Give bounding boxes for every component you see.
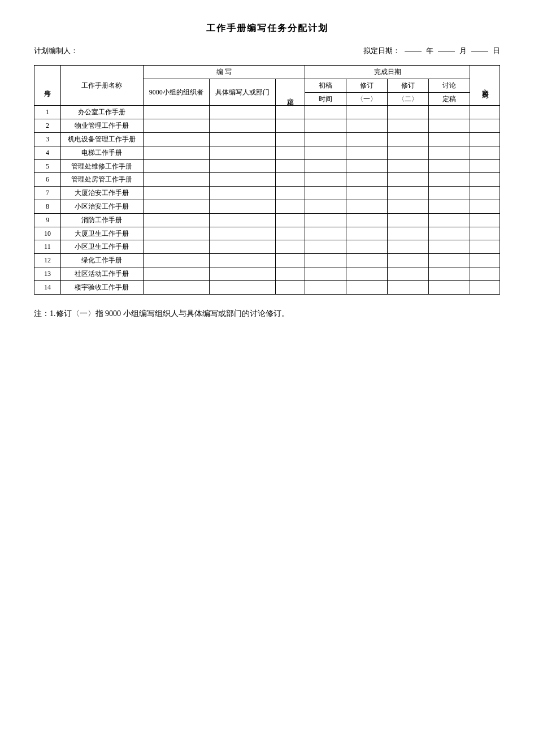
cell-empty-6 — [429, 159, 470, 173]
cell-empty-3 — [305, 106, 346, 119]
main-table: 序号 工作手册名称 编 写 完成日期 文字校对 9000小组的组织者 具体编写人… — [34, 65, 500, 295]
cell-empty-1 — [209, 254, 275, 267]
cell-empty-6 — [429, 267, 470, 280]
cell-empty-1 — [209, 267, 275, 280]
cell-empty-2 — [275, 227, 305, 240]
cell-text-check — [470, 213, 500, 227]
cell-empty-5 — [388, 132, 429, 146]
cell-seq: 13 — [34, 267, 61, 280]
cell-empty-4 — [346, 267, 388, 280]
cell-seq: 8 — [34, 200, 61, 213]
cell-empty-2 — [275, 119, 305, 133]
cell-empty-1 — [209, 187, 275, 200]
cell-text-check — [470, 187, 500, 200]
cell-empty-4 — [346, 227, 388, 240]
cell-empty-3 — [305, 240, 346, 254]
year-label: 年 — [426, 46, 433, 56]
table-row: 5管理处维修工作手册 — [34, 159, 500, 173]
cell-empty-5 — [388, 240, 429, 254]
cell-text-check — [470, 267, 500, 280]
col-header-discuss: 讨论 — [429, 79, 470, 92]
table-row: 2物业管理工作手册 — [34, 119, 500, 133]
cell-empty-5 — [388, 187, 429, 200]
cell-seq: 9 — [34, 213, 61, 227]
cell-empty-0 — [143, 200, 209, 213]
cell-seq: 2 — [34, 119, 61, 133]
cell-name: 机电设备管理工作手册 — [60, 132, 143, 146]
col-header-9000: 9000小组的组织者 — [143, 79, 209, 106]
table-row: 6管理处房管工作手册 — [34, 173, 500, 187]
cell-empty-1 — [209, 213, 275, 227]
col-header-complete: 完成日期 — [305, 66, 470, 79]
cell-empty-3 — [305, 119, 346, 133]
cell-empty-1 — [209, 280, 275, 294]
cell-empty-0 — [143, 106, 209, 119]
cell-empty-0 — [143, 227, 209, 240]
cell-empty-3 — [305, 173, 346, 187]
cell-empty-3 — [305, 254, 346, 267]
day-label: 日 — [493, 46, 500, 56]
cell-empty-5 — [388, 280, 429, 294]
cell-empty-1 — [209, 146, 275, 159]
cell-seq: 14 — [34, 280, 61, 294]
cell-name: 大厦治安工作手册 — [60, 187, 143, 200]
cell-empty-6 — [429, 240, 470, 254]
col-header-rev1: 修订 — [346, 79, 388, 92]
cell-name: 楼宇验收工作手册 — [60, 280, 143, 294]
header-row-1: 序号 工作手册名称 编 写 完成日期 文字校对 — [34, 66, 500, 79]
cell-seq: 1 — [34, 106, 61, 119]
cell-empty-0 — [143, 213, 209, 227]
cell-text-check — [470, 132, 500, 146]
col-subheader-draft: 时间 — [305, 92, 346, 106]
cell-seq: 3 — [34, 132, 61, 146]
cell-empty-6 — [429, 187, 470, 200]
cell-empty-6 — [429, 254, 470, 267]
col-subheader-rev2: 〈二〉 — [388, 92, 429, 106]
cell-seq: 11 — [34, 240, 61, 254]
cell-empty-3 — [305, 267, 346, 280]
cell-empty-2 — [275, 200, 305, 213]
cell-empty-5 — [388, 119, 429, 133]
cell-empty-0 — [143, 267, 209, 280]
cell-empty-0 — [143, 119, 209, 133]
cell-empty-6 — [429, 227, 470, 240]
col-header-edit: 编 写 — [143, 66, 305, 79]
cell-empty-3 — [305, 213, 346, 227]
cell-seq: 5 — [34, 159, 61, 173]
cell-name: 消防工作手册 — [60, 213, 143, 227]
cell-empty-5 — [388, 173, 429, 187]
cell-empty-0 — [143, 173, 209, 187]
col-header-rev2: 修订 — [388, 79, 429, 92]
cell-name: 绿化工作手册 — [60, 254, 143, 267]
cell-empty-6 — [429, 132, 470, 146]
cell-empty-4 — [346, 119, 388, 133]
cell-empty-0 — [143, 159, 209, 173]
planner-label: 计划编制人： — [34, 46, 78, 56]
cell-empty-4 — [346, 240, 388, 254]
cell-empty-4 — [346, 280, 388, 294]
col-header-text-check: 文字校对 — [470, 66, 500, 106]
cell-text-check — [470, 254, 500, 267]
cell-empty-3 — [305, 132, 346, 146]
cell-empty-2 — [275, 159, 305, 173]
cell-empty-4 — [346, 254, 388, 267]
cell-empty-4 — [346, 187, 388, 200]
cell-empty-5 — [388, 106, 429, 119]
col-header-finalize: 定稿 — [275, 79, 305, 106]
cell-empty-2 — [275, 146, 305, 159]
header-date: 拟定日期： 年 月 日 — [363, 46, 500, 56]
cell-empty-2 — [275, 173, 305, 187]
col-header-writer: 具体编写人或部门 — [209, 79, 275, 106]
table-row: 10大厦卫生工作手册 — [34, 227, 500, 240]
cell-seq: 12 — [34, 254, 61, 267]
col-header-seq: 序号 — [34, 66, 61, 106]
cell-empty-1 — [209, 106, 275, 119]
cell-empty-2 — [275, 240, 305, 254]
cell-seq: 10 — [34, 227, 61, 240]
table-row: 4电梯工作手册 — [34, 146, 500, 159]
cell-empty-4 — [346, 200, 388, 213]
cell-name: 电梯工作手册 — [60, 146, 143, 159]
cell-empty-3 — [305, 227, 346, 240]
cell-empty-3 — [305, 200, 346, 213]
table-row: 7大厦治安工作手册 — [34, 187, 500, 200]
